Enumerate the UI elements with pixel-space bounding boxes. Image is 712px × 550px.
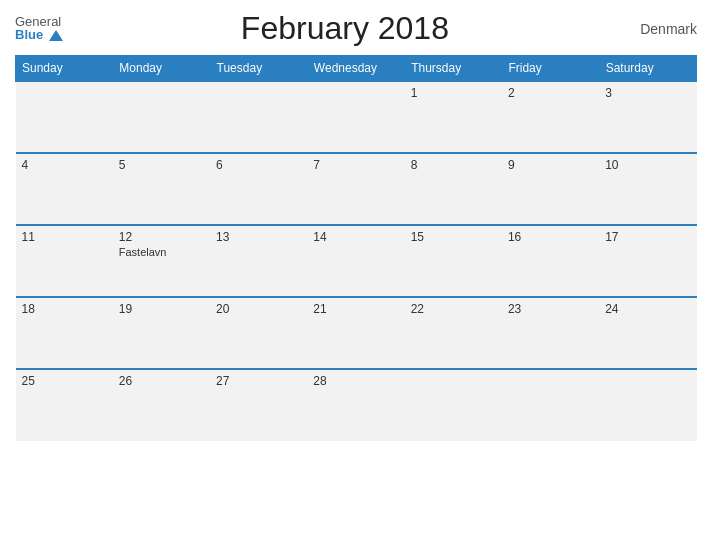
day-number: 2	[508, 86, 593, 100]
header-saturday: Saturday	[599, 56, 696, 82]
calendar-day-cell	[307, 81, 404, 153]
day-number: 19	[119, 302, 204, 316]
day-number: 15	[411, 230, 496, 244]
calendar-day-cell: 12Fastelavn	[113, 225, 210, 297]
day-number: 1	[411, 86, 496, 100]
calendar-day-cell	[210, 81, 307, 153]
calendar-day-cell: 14	[307, 225, 404, 297]
calendar-day-cell: 18	[16, 297, 113, 369]
calendar-day-cell: 15	[405, 225, 502, 297]
day-number: 28	[313, 374, 398, 388]
day-number: 9	[508, 158, 593, 172]
day-number: 6	[216, 158, 301, 172]
calendar-day-cell: 20	[210, 297, 307, 369]
logo: General Blue	[15, 15, 63, 41]
day-number: 24	[605, 302, 690, 316]
day-event: Fastelavn	[119, 246, 204, 258]
calendar-day-cell: 5	[113, 153, 210, 225]
calendar-day-cell: 22	[405, 297, 502, 369]
logo-triangle-icon	[49, 30, 63, 41]
calendar-container: General Blue February 2018 Denmark Sunda…	[0, 0, 712, 550]
day-number: 22	[411, 302, 496, 316]
day-number: 13	[216, 230, 301, 244]
calendar-week-row: 18192021222324	[16, 297, 697, 369]
header-monday: Monday	[113, 56, 210, 82]
calendar-week-row: 45678910	[16, 153, 697, 225]
calendar-day-cell: 26	[113, 369, 210, 441]
day-number: 21	[313, 302, 398, 316]
calendar-day-cell: 3	[599, 81, 696, 153]
calendar-day-cell: 13	[210, 225, 307, 297]
day-number: 27	[216, 374, 301, 388]
day-number: 11	[22, 230, 107, 244]
calendar-day-cell	[16, 81, 113, 153]
calendar-day-cell	[405, 369, 502, 441]
day-number: 25	[22, 374, 107, 388]
day-number: 26	[119, 374, 204, 388]
header-sunday: Sunday	[16, 56, 113, 82]
calendar-day-cell	[113, 81, 210, 153]
calendar-day-cell: 10	[599, 153, 696, 225]
calendar-day-cell: 25	[16, 369, 113, 441]
logo-blue-text: Blue	[15, 28, 63, 41]
calendar-day-cell: 16	[502, 225, 599, 297]
calendar-week-row: 1112Fastelavn1314151617	[16, 225, 697, 297]
calendar-table: Sunday Monday Tuesday Wednesday Thursday…	[15, 55, 697, 441]
country-label: Denmark	[627, 21, 697, 37]
calendar-week-row: 123	[16, 81, 697, 153]
calendar-day-cell: 1	[405, 81, 502, 153]
day-number: 5	[119, 158, 204, 172]
header-tuesday: Tuesday	[210, 56, 307, 82]
calendar-day-cell: 4	[16, 153, 113, 225]
month-title: February 2018	[63, 10, 627, 47]
day-number: 16	[508, 230, 593, 244]
header-wednesday: Wednesday	[307, 56, 404, 82]
calendar-day-cell: 17	[599, 225, 696, 297]
day-number: 14	[313, 230, 398, 244]
calendar-day-cell: 28	[307, 369, 404, 441]
calendar-day-cell: 7	[307, 153, 404, 225]
calendar-day-cell: 24	[599, 297, 696, 369]
calendar-day-cell: 19	[113, 297, 210, 369]
day-number: 20	[216, 302, 301, 316]
day-number: 12	[119, 230, 204, 244]
day-number: 23	[508, 302, 593, 316]
calendar-week-row: 25262728	[16, 369, 697, 441]
day-number: 10	[605, 158, 690, 172]
calendar-day-cell: 21	[307, 297, 404, 369]
header-thursday: Thursday	[405, 56, 502, 82]
calendar-day-cell	[502, 369, 599, 441]
calendar-day-cell	[599, 369, 696, 441]
day-number: 7	[313, 158, 398, 172]
day-number: 18	[22, 302, 107, 316]
day-number: 8	[411, 158, 496, 172]
calendar-day-cell: 2	[502, 81, 599, 153]
calendar-day-cell: 27	[210, 369, 307, 441]
day-number: 3	[605, 86, 690, 100]
day-number: 4	[22, 158, 107, 172]
calendar-day-cell: 23	[502, 297, 599, 369]
day-number: 17	[605, 230, 690, 244]
calendar-day-cell: 8	[405, 153, 502, 225]
header-friday: Friday	[502, 56, 599, 82]
calendar-day-cell: 11	[16, 225, 113, 297]
weekday-header-row: Sunday Monday Tuesday Wednesday Thursday…	[16, 56, 697, 82]
header: General Blue February 2018 Denmark	[15, 10, 697, 47]
calendar-day-cell: 6	[210, 153, 307, 225]
calendar-day-cell: 9	[502, 153, 599, 225]
